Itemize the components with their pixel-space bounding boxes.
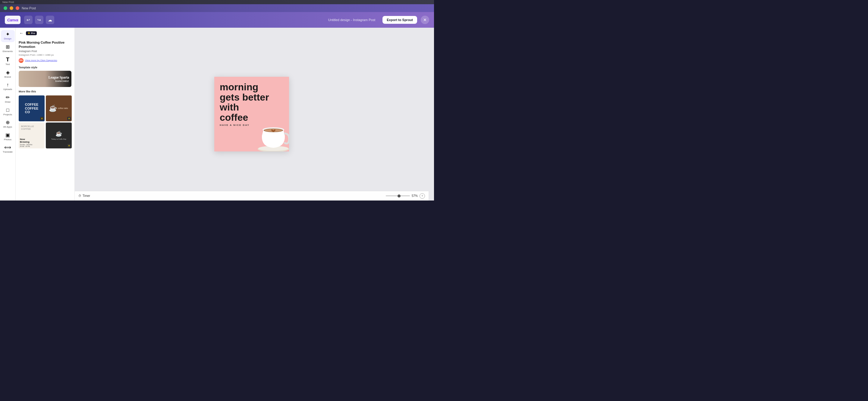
- thumb-1-text: COFFEECOFFEECO: [24, 101, 40, 115]
- apps-icon: ⊕: [6, 120, 10, 125]
- sidebar-item-brand[interactable]: ◈ Brand: [1, 68, 15, 80]
- help-button[interactable]: ?: [420, 193, 425, 199]
- sidebar-item-translate[interactable]: ⟺ Translate: [1, 143, 15, 155]
- icon-sidebar: ✦ Design ⊞ Elements T Text ◈ Brand ↑ Upl…: [0, 28, 16, 201]
- template-meta: Instagram Post • 1080 × 1080 px: [19, 54, 71, 56]
- panel-content: Pink Morning Coffee Positive Promotion I…: [16, 38, 74, 150]
- thumb-4-text: Today is Coffe Day: [51, 138, 67, 141]
- design-title: Untitled design - Instagram Post: [58, 18, 379, 22]
- author-avatar: OG: [19, 58, 24, 63]
- template-style-preview[interactable]: League Sparta SANCHEZ: [19, 71, 71, 87]
- crown-icon-2: ♛: [67, 117, 71, 121]
- sidebar-item-design[interactable]: ✦ Design: [1, 30, 15, 42]
- brand-icon: ◈: [6, 70, 10, 75]
- draw-icon: ✏: [6, 95, 10, 100]
- topbar-actions: ↩ ↪ ☁: [24, 15, 54, 24]
- os-bar-title: New Post: [2, 1, 14, 4]
- thumbnail-3[interactable]: BORCELLE COFFEE NowBrewing Sunday - Satu…: [19, 123, 44, 148]
- thumb-2-text: coffee latte: [57, 107, 68, 110]
- canva-topbar: Canva ↩ ↪ ☁ Untitled design - Instagram …: [0, 12, 434, 28]
- crown-icon-4: ♛: [67, 144, 71, 147]
- thumb-3-sub: Sunday - Saturday08 AM - 08 PM: [20, 144, 32, 147]
- thumbnails-grid: COFFEECOFFEECO ♛ ☕ coffee latte ♛ BORCEL…: [19, 95, 71, 148]
- undo-button[interactable]: ↩: [24, 15, 33, 24]
- author-link[interactable]: View more by Oleg Gapeenko: [25, 59, 57, 62]
- pro-badge: Pro: [26, 31, 37, 35]
- pro-star-icon: [28, 32, 30, 34]
- template-type: Instagram Post: [19, 50, 71, 53]
- zoom-value: 57%: [412, 194, 418, 198]
- crown-icon-1: ♛: [40, 117, 44, 121]
- right-sidebar: [429, 28, 434, 201]
- thumbnail-4[interactable]: ☕ Today is Coffe Day ♛: [46, 123, 72, 148]
- timer-icon: ⏱: [79, 194, 82, 198]
- traffic-light-green[interactable]: [4, 6, 7, 10]
- sidebar-item-uploads[interactable]: ↑ Uploads: [1, 81, 15, 93]
- style-font-sub: SANCHEZ: [49, 80, 69, 82]
- sidebar-item-draw[interactable]: ✏ Draw: [1, 93, 15, 105]
- style-font-preview: League Sparta SANCHEZ: [49, 75, 69, 82]
- close-button[interactable]: ✕: [421, 15, 429, 24]
- thumb-3-brand: BORCELLE COFFEE: [20, 124, 43, 130]
- sidebar-item-photos[interactable]: ▣ Photos: [1, 131, 15, 143]
- template-style-label: Template style: [19, 66, 71, 69]
- style-font-name: League Sparta: [49, 75, 69, 80]
- author-row: OG View more by Oleg Gapeenko: [19, 58, 71, 63]
- template-title: Pink Morning Coffee Positive Promotion: [19, 40, 71, 49]
- sidebar-item-projects[interactable]: □ Projects: [1, 106, 15, 118]
- canvas-coffee-image: [253, 115, 289, 152]
- design-icon: ✦: [6, 32, 10, 37]
- sidebar-item-text[interactable]: T Text: [1, 55, 15, 68]
- more-like-this-label: More like this: [19, 90, 71, 93]
- zoom-controls: 57% ?: [386, 193, 425, 199]
- zoom-slider-thumb: [398, 195, 401, 198]
- save-cloud-button[interactable]: ☁: [46, 15, 54, 24]
- canva-main: ✦ Design ⊞ Elements T Text ◈ Brand ↑ Upl…: [0, 28, 434, 201]
- design-canvas[interactable]: morning gets better with coffee HAVE A N…: [214, 77, 289, 152]
- back-button[interactable]: ←: [19, 30, 24, 36]
- export-to-sprout-button[interactable]: Export to Sprout: [382, 16, 417, 24]
- zoom-slider[interactable]: [386, 195, 410, 196]
- os-bar: New Post: [0, 0, 434, 4]
- canvas-bottom-bar: ⏱ Timer 57% ?: [75, 191, 429, 201]
- sidebar-item-apps[interactable]: ⊕ 89 Apps: [1, 118, 15, 130]
- thumb-3-title: NowBrewing: [20, 138, 30, 144]
- photos-icon: ▣: [5, 133, 10, 138]
- timer-button[interactable]: ⏱ Timer: [79, 194, 90, 198]
- canvas-area[interactable]: morning gets better with coffee HAVE A N…: [75, 28, 429, 201]
- panel-header: ← Pro: [16, 28, 74, 38]
- thumbnail-2[interactable]: ☕ coffee latte ♛: [46, 95, 72, 121]
- redo-button[interactable]: ↪: [35, 15, 43, 24]
- canva-logo[interactable]: Canva: [5, 15, 21, 24]
- traffic-light-yellow[interactable]: [10, 6, 13, 10]
- app-header-title: New Post: [22, 6, 36, 10]
- elements-icon: ⊞: [6, 44, 10, 49]
- app-header: New Post: [0, 4, 434, 12]
- thumbnail-1[interactable]: COFFEECOFFEECO ♛: [19, 95, 44, 121]
- template-panel: ← Pro Pink Morning Coffee Positive Promo…: [16, 28, 75, 201]
- translate-icon: ⟺: [4, 145, 11, 150]
- projects-icon: □: [6, 108, 9, 112]
- text-icon: T: [6, 57, 9, 62]
- traffic-light-red[interactable]: [16, 6, 19, 10]
- sidebar-item-elements[interactable]: ⊞ Elements: [1, 43, 15, 55]
- canva-wrapper: Canva ↩ ↪ ☁ Untitled design - Instagram …: [0, 12, 434, 201]
- uploads-icon: ↑: [7, 82, 9, 87]
